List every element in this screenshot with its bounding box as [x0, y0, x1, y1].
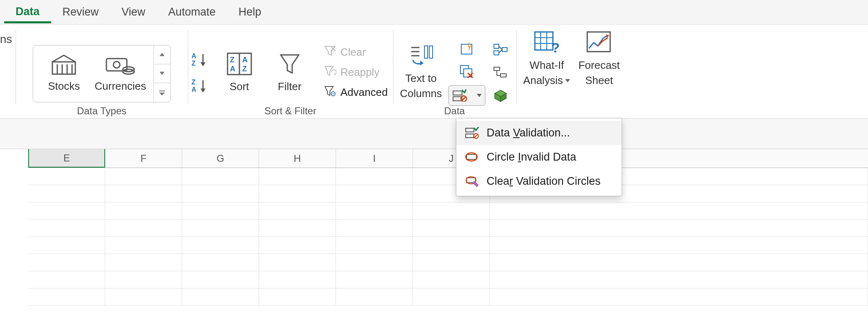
- cell[interactable]: [490, 220, 868, 237]
- cell[interactable]: [182, 271, 259, 288]
- cell[interactable]: [413, 237, 490, 254]
- svg-line-43: [499, 46, 502, 50]
- cell[interactable]: [105, 288, 182, 306]
- cell[interactable]: [105, 237, 182, 254]
- cell[interactable]: [259, 271, 336, 288]
- tab-data[interactable]: Data: [4, 1, 51, 23]
- cell[interactable]: [336, 220, 413, 237]
- sheet-grid[interactable]: [28, 168, 868, 306]
- sort-asc-button[interactable]: A Z: [191, 52, 209, 70]
- svg-text:A: A: [192, 86, 196, 93]
- col-header-i[interactable]: I: [336, 149, 413, 168]
- tab-view[interactable]: View: [110, 2, 157, 23]
- cell[interactable]: [259, 202, 336, 220]
- stocks-icon: [50, 54, 78, 77]
- cell[interactable]: [28, 202, 105, 220]
- cell[interactable]: [490, 288, 868, 306]
- cell[interactable]: [182, 237, 259, 254]
- cell[interactable]: [490, 271, 868, 288]
- reapply-filter-button[interactable]: Reapply: [321, 64, 390, 81]
- cell[interactable]: [259, 237, 336, 254]
- cell[interactable]: [105, 168, 182, 185]
- cell[interactable]: [413, 288, 490, 306]
- cell[interactable]: [28, 271, 105, 288]
- col-header-f[interactable]: F: [105, 149, 182, 168]
- col-header-h[interactable]: H: [259, 149, 336, 168]
- chevron-down-icon: [565, 79, 570, 82]
- menu-data-validation[interactable]: Data Validation...: [456, 121, 622, 145]
- advanced-filter-button[interactable]: Advanced: [321, 84, 390, 101]
- svg-line-59: [474, 134, 478, 138]
- sort-desc-button[interactable]: Z A: [191, 78, 209, 96]
- cell[interactable]: [259, 168, 336, 185]
- cell[interactable]: [28, 254, 105, 271]
- cell[interactable]: [336, 288, 413, 306]
- filter-button[interactable]: Filter: [270, 49, 309, 95]
- cell[interactable]: [336, 254, 413, 271]
- cell[interactable]: [336, 185, 413, 202]
- cell[interactable]: [259, 254, 336, 271]
- flash-fill-button[interactable]: [458, 39, 476, 58]
- cell[interactable]: [413, 202, 490, 220]
- col-header-g[interactable]: G: [182, 149, 259, 168]
- gallery-down[interactable]: [154, 64, 170, 83]
- cell[interactable]: [413, 271, 490, 288]
- consolidate-button[interactable]: [491, 40, 510, 59]
- currencies-button[interactable]: Currencies: [87, 52, 153, 95]
- cell[interactable]: [28, 185, 105, 202]
- cell[interactable]: [490, 254, 868, 271]
- data-validation-split-button[interactable]: [449, 85, 485, 106]
- cell[interactable]: [28, 168, 105, 185]
- sort-button[interactable]: Z A A Z Sort: [219, 49, 260, 95]
- cell[interactable]: [336, 202, 413, 220]
- what-if-button[interactable]: ? What-If Analysis: [523, 29, 571, 88]
- relationships-button[interactable]: [491, 63, 510, 82]
- formula-bar-area: [0, 119, 868, 149]
- cell[interactable]: [105, 202, 182, 220]
- group-forecast: ? What-If Analysis: [516, 25, 627, 118]
- cell[interactable]: [182, 288, 259, 306]
- text-to-columns-button[interactable]: Text to Columns: [399, 43, 443, 102]
- gallery-spinner: [153, 45, 170, 102]
- gallery-up[interactable]: [154, 45, 170, 64]
- svg-point-25: [332, 93, 334, 95]
- cell[interactable]: [28, 237, 105, 254]
- cell[interactable]: [28, 220, 105, 237]
- svg-rect-56: [466, 128, 474, 132]
- stocks-button[interactable]: Stocks: [41, 52, 87, 95]
- cell[interactable]: [105, 254, 182, 271]
- cell[interactable]: [28, 288, 105, 306]
- cell[interactable]: [105, 271, 182, 288]
- gallery-more[interactable]: [154, 83, 170, 102]
- cell[interactable]: [182, 202, 259, 220]
- cell[interactable]: [336, 168, 413, 185]
- tab-help[interactable]: Help: [227, 2, 273, 23]
- cell[interactable]: [259, 185, 336, 202]
- cell[interactable]: [490, 237, 868, 254]
- cell[interactable]: [413, 220, 490, 237]
- cell[interactable]: [182, 254, 259, 271]
- svg-rect-57: [466, 134, 474, 138]
- cell[interactable]: [259, 288, 336, 306]
- cell[interactable]: [336, 271, 413, 288]
- cell[interactable]: [105, 220, 182, 237]
- group-label-data-tools: Data: [393, 104, 516, 117]
- forecast-sheet-button[interactable]: Forecast Sheet: [577, 29, 620, 88]
- cell[interactable]: [105, 185, 182, 202]
- col-header-e[interactable]: E: [28, 149, 105, 168]
- cell[interactable]: [259, 220, 336, 237]
- menu-clear-circles[interactable]: Clear Validation Circles: [456, 169, 622, 193]
- data-model-button[interactable]: [491, 86, 510, 105]
- remove-duplicates-button[interactable]: [458, 62, 476, 81]
- tab-review[interactable]: Review: [51, 2, 110, 23]
- menu-circle-invalid[interactable]: Circle Invalid Data: [456, 145, 622, 169]
- clear-filter-button[interactable]: Clear: [321, 44, 390, 61]
- cell[interactable]: [336, 237, 413, 254]
- cell[interactable]: [182, 220, 259, 237]
- cell[interactable]: [490, 202, 868, 220]
- cell[interactable]: [182, 168, 259, 185]
- tab-automate[interactable]: Automate: [157, 2, 227, 23]
- cell[interactable]: [182, 185, 259, 202]
- cell[interactable]: [413, 254, 490, 271]
- clear-filter-icon: [323, 45, 336, 60]
